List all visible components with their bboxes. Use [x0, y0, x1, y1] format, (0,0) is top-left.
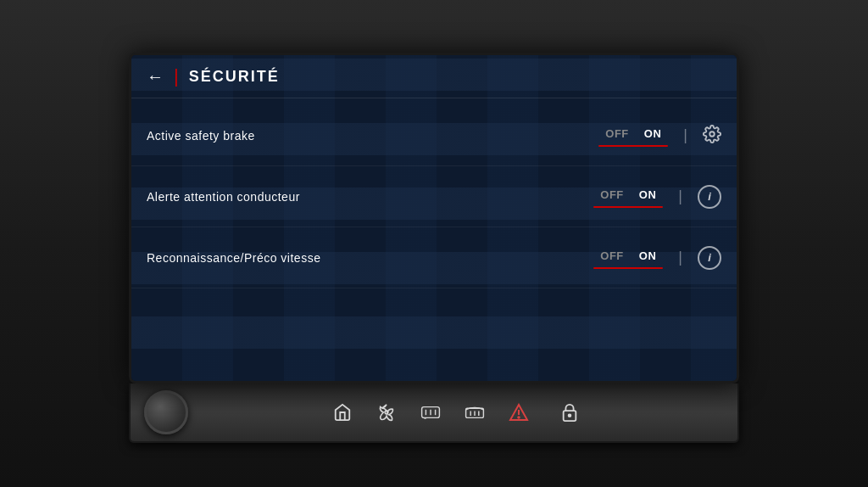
setting-controls-active-safety-brake: OFF ON | — [598, 125, 721, 147]
car-surround: ← | SÉCURITÉ Active safety brake OFF ON — [0, 0, 868, 487]
toggle-on-label[interactable]: ON — [632, 186, 664, 204]
separator: | — [678, 249, 682, 266]
toggle-buttons: OFF ON — [593, 186, 663, 204]
svg-point-14 — [569, 414, 571, 417]
toggle-on-label[interactable]: ON — [637, 125, 669, 143]
front-defrost-button[interactable] — [456, 394, 493, 431]
setting-row-active-safety-brake[interactable]: Active safety brake OFF ON | — [131, 105, 737, 166]
gear-icon-button[interactable] — [703, 125, 721, 147]
home-icon — [333, 403, 352, 422]
info-icon: i — [708, 190, 711, 203]
rear-defrost-icon — [420, 404, 441, 421]
separator: | — [683, 126, 687, 144]
toggle-alerte-attention[interactable]: OFF ON — [593, 186, 663, 208]
setting-controls-alerte-attention: OFF ON | i — [593, 185, 721, 209]
toggle-reconnaissance-vitesse[interactable]: OFF ON — [593, 247, 663, 269]
setting-row-reconnaissance-vitesse[interactable]: Reconnaissance/Préco vitesse OFF ON | i — [131, 227, 737, 288]
toggle-active-safety-brake[interactable]: OFF ON — [598, 125, 668, 147]
setting-label-active-safety-brake: Active safety brake — [147, 129, 255, 143]
toggle-underline — [593, 206, 663, 208]
lock-icon — [561, 403, 578, 422]
gear-icon — [703, 125, 721, 143]
back-button[interactable]: ← — [147, 67, 164, 87]
info-icon-button-alerte[interactable]: i — [698, 185, 721, 209]
setting-label-alerte-attention: Alerte attention conducteur — [147, 190, 300, 204]
toggle-buttons: OFF ON — [593, 247, 663, 265]
toggle-off-label[interactable]: OFF — [598, 125, 636, 143]
physical-control-bar — [129, 383, 739, 443]
toggle-off-label[interactable]: OFF — [593, 186, 631, 204]
info-icon-button-reconnaisance[interactable]: i — [698, 246, 721, 270]
header-divider: | — [174, 65, 179, 87]
info-icon: i — [708, 251, 711, 264]
screen-content: ← | SÉCURITÉ Active safety brake OFF ON — [131, 55, 737, 381]
fan-icon — [377, 403, 396, 422]
volume-knob[interactable] — [144, 390, 188, 434]
back-arrow-icon: ← — [147, 67, 164, 87]
hazard-button[interactable] — [500, 394, 537, 431]
toggle-underline — [598, 145, 668, 147]
toggle-underline — [593, 267, 663, 269]
separator: | — [678, 188, 682, 205]
page-title: SÉCURITÉ — [189, 68, 280, 86]
rear-defrost-button[interactable] — [412, 394, 449, 431]
toggle-on-label[interactable]: ON — [632, 247, 664, 265]
infotainment-screen: ← | SÉCURITÉ Active safety brake OFF ON — [129, 53, 739, 383]
svg-point-0 — [709, 132, 715, 137]
setting-row-alerte-attention[interactable]: Alerte attention conducteur OFF ON | i — [131, 166, 737, 227]
home-button[interactable] — [324, 394, 361, 431]
front-defrost-icon — [465, 404, 485, 421]
lock-button[interactable] — [551, 394, 588, 431]
control-buttons — [188, 394, 724, 431]
hazard-icon — [509, 403, 529, 422]
screen-header: ← | SÉCURITÉ — [131, 55, 737, 98]
setting-controls-reconnaissance-vitesse: OFF ON | i — [593, 246, 721, 270]
svg-point-12 — [518, 417, 520, 418]
setting-label-reconnaissance-vitesse: Reconnaissance/Préco vitesse — [147, 251, 320, 265]
settings-list: Active safety brake OFF ON | — [131, 98, 737, 381]
fan-button[interactable] — [368, 394, 405, 431]
toggle-buttons: OFF ON — [598, 125, 668, 143]
toggle-off-label[interactable]: OFF — [593, 247, 631, 265]
